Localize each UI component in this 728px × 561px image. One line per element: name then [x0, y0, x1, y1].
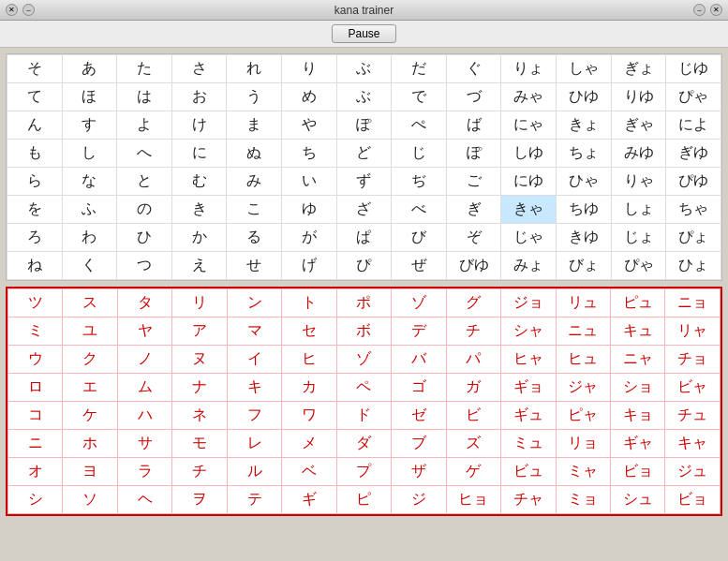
hiragana-cell[interactable]: が	[282, 224, 337, 252]
katakana-cell[interactable]: マ	[227, 317, 281, 346]
katakana-cell[interactable]: ニョ	[665, 289, 721, 317]
hiragana-cell[interactable]: ざ	[336, 196, 392, 224]
hiragana-cell[interactable]: りょ	[501, 55, 557, 83]
katakana-cell[interactable]: コ	[8, 402, 63, 430]
hiragana-cell[interactable]: り	[282, 55, 337, 83]
katakana-cell[interactable]: チ	[446, 317, 500, 346]
hiragana-cell[interactable]: ぎ	[446, 196, 501, 224]
katakana-cell[interactable]: ピュ	[610, 289, 664, 317]
hiragana-cell[interactable]: りゆ	[611, 83, 666, 111]
katakana-cell[interactable]: ヨ	[63, 458, 117, 486]
hiragana-cell[interactable]: れ	[227, 55, 282, 83]
hiragana-cell[interactable]: わ	[62, 224, 117, 252]
katakana-cell[interactable]: セ	[282, 317, 336, 346]
hiragana-cell[interactable]: ぱ	[336, 224, 392, 252]
katakana-cell[interactable]: ズ	[446, 430, 500, 458]
katakana-cell[interactable]: ゾ	[336, 346, 391, 374]
katakana-cell[interactable]: ス	[63, 289, 117, 317]
hiragana-cell[interactable]: す	[62, 111, 117, 140]
hiragana-cell[interactable]: きょ	[557, 111, 612, 140]
hiragana-cell[interactable]: ん	[7, 111, 63, 140]
hiragana-cell[interactable]: にゆ	[501, 168, 557, 196]
katakana-cell[interactable]: ゼ	[392, 402, 446, 430]
katakana-cell[interactable]: チュ	[665, 402, 721, 430]
katakana-cell[interactable]: ジャ	[556, 374, 610, 402]
hiragana-cell[interactable]: ぺ	[392, 111, 447, 140]
katakana-cell[interactable]: ギ	[282, 486, 336, 514]
katakana-cell[interactable]: バ	[392, 346, 446, 374]
hiragana-cell[interactable]: え	[171, 252, 227, 280]
hiragana-cell[interactable]: ぜ	[392, 252, 447, 280]
katakana-cell[interactable]: ヲ	[172, 486, 227, 514]
hiragana-cell[interactable]: びょ	[557, 252, 612, 280]
katakana-cell[interactable]: ギュ	[501, 402, 556, 430]
hiragana-cell[interactable]: ぽ	[336, 111, 392, 140]
hiragana-cell[interactable]: しょ	[611, 196, 666, 224]
hiragana-cell[interactable]: じょ	[611, 224, 666, 252]
hiragana-cell[interactable]: によ	[666, 111, 721, 140]
katakana-cell[interactable]: リ	[172, 289, 227, 317]
hiragana-cell[interactable]: る	[227, 224, 282, 252]
hiragana-cell[interactable]: ぎょ	[611, 55, 666, 83]
katakana-cell[interactable]: ホ	[63, 430, 117, 458]
hiragana-cell[interactable]: ぢ	[392, 168, 447, 196]
katakana-cell[interactable]: ヒャ	[501, 346, 556, 374]
katakana-cell[interactable]: ミュ	[501, 430, 556, 458]
hiragana-cell[interactable]: ひゆ	[557, 83, 612, 111]
hiragana-cell[interactable]: せ	[227, 252, 282, 280]
katakana-cell[interactable]: ビ	[446, 402, 500, 430]
katakana-cell[interactable]: ハ	[117, 402, 171, 430]
katakana-cell[interactable]: ショ	[610, 374, 664, 402]
katakana-cell[interactable]: ウ	[8, 346, 63, 374]
hiragana-cell[interactable]: で	[392, 83, 447, 111]
katakana-cell[interactable]: ム	[117, 374, 171, 402]
hiragana-cell[interactable]: ぶ	[336, 83, 392, 111]
katakana-cell[interactable]: ミャ	[556, 458, 610, 486]
hiragana-cell[interactable]: みゆ	[611, 140, 666, 168]
hiragana-cell[interactable]: ひ	[117, 224, 172, 252]
katakana-cell[interactable]: パ	[446, 346, 500, 374]
hiragana-cell[interactable]: ね	[7, 252, 63, 280]
katakana-cell[interactable]: ザ	[392, 458, 446, 486]
katakana-cell[interactable]: ゾ	[392, 289, 446, 317]
hiragana-cell[interactable]: ら	[7, 168, 63, 196]
katakana-cell[interactable]: ピ	[336, 486, 391, 514]
katakana-cell[interactable]: ロ	[8, 374, 63, 402]
hiragana-cell[interactable]: み	[227, 168, 282, 196]
hiragana-cell[interactable]: びゆ	[446, 252, 501, 280]
hiragana-cell[interactable]: ぴゃ	[666, 83, 721, 111]
katakana-cell[interactable]: ダ	[336, 430, 391, 458]
hiragana-cell[interactable]: ば	[446, 111, 501, 140]
katakana-cell[interactable]: ビョ	[610, 458, 664, 486]
hiragana-cell[interactable]: よ	[117, 111, 172, 140]
hiragana-cell[interactable]: しゆ	[501, 140, 557, 168]
katakana-cell[interactable]: ビャ	[665, 374, 721, 402]
minimize-button-left[interactable]: –	[22, 4, 35, 16]
hiragana-cell[interactable]: や	[282, 111, 337, 140]
katakana-cell[interactable]: イ	[227, 346, 281, 374]
hiragana-cell[interactable]: を	[7, 196, 63, 224]
hiragana-cell[interactable]: ほ	[62, 83, 117, 111]
katakana-cell[interactable]: チ	[172, 458, 227, 486]
katakana-cell[interactable]: ベ	[282, 458, 336, 486]
katakana-cell[interactable]: ヒョ	[446, 486, 500, 514]
hiragana-cell[interactable]: び	[392, 224, 447, 252]
katakana-cell[interactable]: ミョ	[556, 486, 610, 514]
katakana-cell[interactable]: レ	[227, 430, 281, 458]
hiragana-cell[interactable]: ぬ	[227, 140, 282, 168]
hiragana-cell[interactable]: しゃ	[557, 55, 612, 83]
katakana-cell[interactable]: チャ	[501, 486, 556, 514]
hiragana-cell[interactable]: ご	[446, 168, 501, 196]
katakana-cell[interactable]: ヒュ	[556, 346, 610, 374]
katakana-cell[interactable]: シ	[8, 486, 63, 514]
katakana-cell[interactable]: ペ	[336, 374, 391, 402]
hiragana-cell[interactable]: だ	[392, 55, 447, 83]
katakana-cell[interactable]: キ	[227, 374, 281, 402]
katakana-cell[interactable]: メ	[282, 430, 336, 458]
hiragana-cell[interactable]: う	[227, 83, 282, 111]
hiragana-cell[interactable]: さ	[171, 55, 227, 83]
katakana-cell[interactable]: キュ	[610, 317, 664, 346]
hiragana-cell[interactable]: い	[282, 168, 337, 196]
hiragana-cell[interactable]: ぐ	[446, 55, 501, 83]
katakana-cell[interactable]: ミ	[8, 317, 63, 346]
